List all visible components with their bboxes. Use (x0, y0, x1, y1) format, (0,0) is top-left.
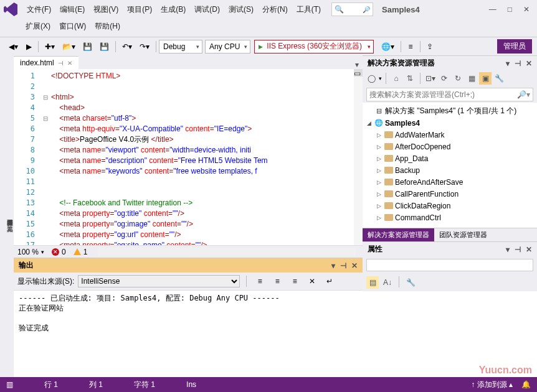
panel-pin-icon[interactable]: ⊣ (515, 59, 521, 68)
search-icon[interactable]: 🔎▾ (517, 90, 530, 99)
menu-item[interactable]: 调试(D) (190, 2, 224, 17)
maximize-icon[interactable]: □ (508, 5, 512, 14)
categorized-icon[interactable]: ▤ (366, 276, 379, 289)
menu-item[interactable]: 分析(N) (258, 2, 292, 17)
panel-pin-icon[interactable]: ⊣ (515, 245, 521, 254)
nav-fwd-icon[interactable]: ▶ (23, 40, 34, 54)
panel-close-icon[interactable]: ✕ (526, 59, 532, 68)
menu-item[interactable]: 扩展(X) (21, 19, 55, 34)
solution-search-input[interactable] (369, 90, 517, 99)
tree-row[interactable]: ▷CommandCtrl (363, 212, 537, 223)
statusbar-icon[interactable]: ▥ (6, 380, 13, 389)
quick-launch[interactable]: 🔍 🔎 (331, 2, 373, 16)
properties-panel-title[interactable]: 属性 ▾⊣✕ (363, 241, 537, 256)
search-go-icon[interactable]: 🔎 (363, 6, 370, 13)
panel-dropdown-icon[interactable]: ▾ (506, 245, 510, 254)
properties-icon[interactable]: 🔧 (493, 72, 505, 85)
indent-icon[interactable]: ≡ (405, 40, 416, 54)
tree-row[interactable]: ▷CallParentFunction (363, 188, 537, 200)
nest-icon[interactable]: ⊡▾ (424, 72, 437, 85)
clear-icon[interactable]: ✕ (307, 274, 318, 288)
status-line: 行 1 (44, 380, 58, 390)
wrap-icon[interactable]: ↵ (324, 274, 335, 288)
left-dock-strip[interactable]: 服务器资源管理器 工具箱 (0, 55, 14, 377)
status-col: 列 1 (89, 380, 103, 390)
show-all-icon[interactable]: ▦ (465, 72, 478, 85)
dropdown-icon[interactable]: ▾ (355, 60, 359, 69)
preview-icon[interactable]: ▣ (479, 72, 492, 85)
solution-tree[interactable]: ⊟解决方案 "Samples4" (1 个项目/共 1 个)◢🌐Samples4… (363, 103, 537, 228)
notifications-icon[interactable]: 🔔 (521, 380, 531, 389)
editor-statusbar: 100 % ▾ ✕0 1 (14, 245, 363, 258)
output-text[interactable]: ------ 已启动生成: 项目: Samples4, 配置: Debug An… (14, 291, 363, 377)
tab-team-explorer[interactable]: 团队资源管理器 (434, 228, 492, 241)
solution-explorer-title[interactable]: 解决方案资源管理器 ▾⊣✕ (363, 55, 537, 70)
properties-grid[interactable] (363, 291, 537, 377)
refresh-icon[interactable]: ↻ (452, 72, 464, 85)
menu-item[interactable]: 工具(T) (292, 2, 325, 17)
tree-row[interactable]: ▷BeforeAndAfterSave (363, 176, 537, 188)
panel-pin-icon[interactable]: ⊣ (340, 261, 346, 270)
menu-item[interactable]: 文件(F) (22, 2, 55, 17)
menu-item[interactable]: 编辑(E) (55, 2, 89, 17)
split-icon[interactable]: ▭ (354, 69, 363, 77)
run-button[interactable]: IIS Express (360安全浏览器) (254, 40, 374, 54)
panel-dropdown-icon[interactable]: ▾ (331, 261, 335, 270)
status-char: 字符 1 (134, 380, 155, 390)
error-icon[interactable]: ✕ (52, 248, 59, 256)
collapse-icon[interactable]: ⟳ (438, 72, 450, 85)
tree-row[interactable]: ▷AddWaterMark (363, 129, 537, 141)
pin-icon[interactable]: ⊣ (58, 60, 64, 67)
new-project-icon[interactable]: ✚▾ (42, 40, 57, 54)
tree-row[interactable]: ▷Backup (363, 164, 537, 176)
hscrollbar[interactable] (98, 248, 355, 256)
redo-icon[interactable]: ↷▾ (137, 40, 152, 54)
output-panel-title[interactable]: 输出 ▾ ⊣ ✕ (14, 258, 363, 273)
tree-row[interactable]: ⊟解决方案 "Samples4" (1 个项目/共 1 个) (363, 105, 537, 117)
undo-icon[interactable]: ↶▾ (120, 40, 135, 54)
tree-row[interactable]: ▷App_Data (363, 152, 537, 164)
tree-row[interactable]: ▷ClickDataRegion (363, 200, 537, 212)
platform-dropdown[interactable]: Any CPU (205, 40, 250, 54)
wrench-icon[interactable]: 🔧 (404, 276, 417, 289)
browse-icon[interactable]: 🌐▾ (379, 40, 397, 54)
config-dropdown[interactable]: Debug (159, 40, 202, 54)
quick-launch-input[interactable] (344, 6, 363, 13)
nav-back-icon[interactable]: ◀▾ (6, 40, 21, 54)
menu-item[interactable]: 帮助(H) (90, 19, 125, 34)
panel-dropdown-icon[interactable]: ▾ (506, 59, 510, 68)
goto-icon[interactable]: ≡ (254, 274, 265, 288)
prev-icon[interactable]: ≡ (272, 274, 283, 288)
minimize-icon[interactable]: — (489, 5, 497, 14)
next-icon[interactable]: ≡ (289, 274, 300, 288)
output-source-dropdown[interactable]: IntelliSense (78, 275, 240, 287)
warning-icon[interactable] (74, 248, 81, 255)
menu-item[interactable]: 窗口(W) (55, 19, 90, 34)
tree-row[interactable]: ▷AfterDocOpened (363, 141, 537, 152)
tab-index-html[interactable]: index.html ⊣ ✕ (14, 56, 78, 69)
tree-row[interactable]: ◢🌐Samples4 (363, 117, 537, 129)
menu-item[interactable]: 测试(S) (224, 2, 258, 17)
code-editor[interactable]: 1234567891011121314151617 ⊟⊟ <!DOCTYPE H… (14, 69, 363, 245)
panel-close-icon[interactable]: ✕ (526, 245, 532, 254)
menu-item[interactable]: 项目(P) (123, 2, 156, 17)
menu-item[interactable]: 生成(B) (156, 2, 190, 17)
save-icon[interactable]: 💾 (80, 40, 95, 54)
open-icon[interactable]: 📂▾ (60, 40, 78, 54)
close-icon[interactable]: ✕ (523, 5, 530, 14)
back-icon[interactable]: ◯ (365, 72, 378, 85)
panel-close-icon[interactable]: ✕ (351, 261, 358, 270)
save-all-icon[interactable]: 💾 (97, 40, 112, 54)
tab-close-icon[interactable]: ✕ (67, 60, 72, 67)
zoom-level[interactable]: 100 % (17, 248, 39, 256)
add-to-source[interactable]: ↑ 添加到源 ▴ (471, 380, 513, 390)
home-icon[interactable]: ⌂ (390, 72, 402, 85)
publish-icon[interactable]: ⇪ (424, 40, 435, 54)
menu-item[interactable]: 视图(V) (89, 2, 123, 17)
vscrollbar[interactable] (354, 77, 363, 245)
properties-object-dropdown[interactable] (366, 259, 533, 271)
solution-search[interactable]: 🔎▾ (366, 88, 533, 101)
tab-solution-explorer[interactable]: 解决方案资源管理器 (363, 228, 434, 241)
sync-icon[interactable]: ⇅ (404, 72, 416, 85)
alphabetical-icon[interactable]: A↓ (381, 276, 394, 289)
